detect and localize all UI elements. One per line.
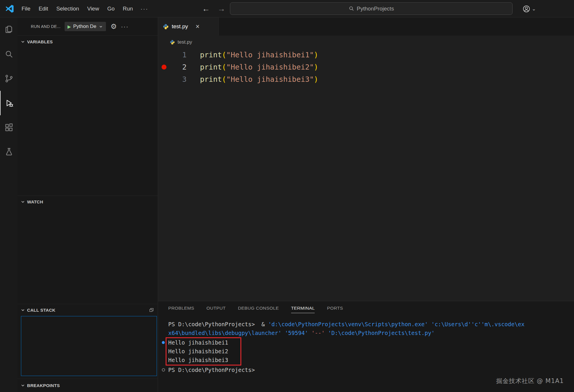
breadcrumb[interactable]: test.py: [158, 36, 574, 49]
debug-config-label: Python De: [73, 24, 96, 29]
breadcrumb-item[interactable]: test.py: [178, 39, 192, 45]
call-stack-body[interactable]: [17, 316, 158, 379]
command-prompt-circle-icon: [162, 368, 165, 372]
line-number: 3: [170, 75, 187, 84]
panel-tab-debug-console[interactable]: DEBUG CONSOLE: [238, 304, 279, 313]
chevron-down-icon: [99, 24, 103, 29]
activity-item-extensions[interactable]: [0, 115, 17, 140]
annotation-red-box: Hello jihaishibei1Hello jihaishibei2Hell…: [166, 337, 241, 366]
section-breakpoints-label: BREAKPOINTS: [27, 383, 60, 388]
activity-item-run-and-debug[interactable]: [0, 91, 17, 115]
back-icon[interactable]: ←: [202, 5, 210, 13]
menu-run[interactable]: Run: [119, 4, 137, 14]
text-token: PS D:\code\PythonProjects> &: [168, 321, 268, 327]
text-token: x64\bundled\libs\debugpy\launcher': [168, 330, 285, 336]
text-token: (: [222, 51, 226, 59]
more-actions-icon[interactable]: ···: [137, 5, 152, 12]
account-button[interactable]: ⌄: [522, 0, 536, 17]
code-line: 1print("Hello jihaishibei1"): [158, 49, 574, 61]
command-success-dot-icon: [162, 341, 165, 344]
bottom-panel: PROBLEMSOUTPUTDEBUG CONSOLETERMINALPORTS…: [158, 301, 574, 392]
activity-item-testing[interactable]: [0, 140, 17, 164]
section-watch[interactable]: WATCH: [17, 196, 158, 207]
watermark: 掘金技术社区 @ M1A1: [496, 377, 564, 385]
activity-bar: [0, 17, 17, 392]
code-line: 3print("Hello jihaishibei3"): [158, 73, 574, 85]
text-token: ): [314, 51, 318, 59]
search-text: PythonProjects: [357, 6, 394, 12]
code-line: 2print("Hello jihaishibei2"): [158, 61, 574, 73]
text-token: PS D:\code\PythonProjects>: [168, 367, 255, 373]
terminal-line: Hello jihaishibei3: [168, 356, 228, 364]
open-panel-icon[interactable]: [149, 307, 154, 313]
python-file-icon: [170, 40, 175, 45]
activity-item-explorer[interactable]: [0, 17, 17, 42]
code-text[interactable]: print("Hello jihaishibei1"): [200, 51, 318, 59]
code-text[interactable]: print("Hello jihaishibei3"): [200, 75, 318, 84]
activity-item-search[interactable]: [0, 42, 17, 66]
text-token: Hello jihaishibei1: [168, 339, 228, 346]
forward-icon[interactable]: →: [217, 5, 225, 13]
menu-selection[interactable]: Selection: [52, 4, 83, 14]
text-token: (: [222, 63, 226, 71]
menu-file[interactable]: File: [17, 4, 35, 14]
terminal-content[interactable]: PS D:\code\PythonProjects> & 'd:\code\Py…: [158, 316, 574, 374]
start-debug-icon[interactable]: ▶: [68, 24, 71, 29]
menu-go[interactable]: Go: [103, 4, 118, 14]
python-file-icon: [163, 24, 169, 30]
breakpoint-gutter[interactable]: [158, 65, 170, 70]
debug-more-actions-icon[interactable]: ···: [121, 23, 129, 30]
menu-edit[interactable]: Edit: [35, 4, 52, 14]
history-navigation: ← →: [202, 0, 225, 17]
panel-tab-ports[interactable]: PORTS: [327, 304, 343, 313]
text-token: ): [314, 63, 318, 71]
panel-tab-terminal[interactable]: TERMINAL: [291, 304, 315, 313]
terminal-line: PS D:\code\PythonProjects>: [168, 366, 574, 374]
chevron-down-icon: [20, 199, 25, 204]
sidebar-header: RUN AND DE... ▶ Python De ⚙ ···: [17, 17, 158, 36]
editor-region: test.py × test.py 1print("Hello jihaishi…: [158, 17, 574, 392]
text-token: '59594': [285, 330, 311, 336]
line-number: 2: [170, 63, 187, 71]
workbench: RUN AND DE... ▶ Python De ⚙ ··· VARIABLE…: [0, 17, 574, 392]
title-bar: FileEditSelectionViewGoRun ··· ← → Pytho…: [0, 0, 574, 17]
section-breakpoints[interactable]: BREAKPOINTS: [17, 379, 158, 392]
code-text[interactable]: print("Hello jihaishibei2"): [200, 63, 318, 71]
section-call-stack-label: CALL STACK: [27, 308, 55, 313]
search-icon: [4, 49, 14, 59]
sidebar-title: RUN AND DE...: [31, 24, 61, 29]
chevron-down-icon: [20, 39, 25, 44]
chevron-down-icon: [20, 383, 25, 388]
tab-label: test.py: [172, 23, 188, 30]
call-stack-focus-outline: [21, 316, 157, 376]
text-token: Hello jihaishibei3: [168, 357, 228, 363]
close-icon[interactable]: ×: [196, 23, 199, 30]
section-call-stack[interactable]: CALL STACK: [17, 304, 158, 316]
text-token: 'd:\code\PythonProjects\venv\Scripts\pyt…: [268, 321, 431, 327]
search-icon: [349, 6, 354, 11]
debug-settings-gear-icon[interactable]: ⚙: [111, 23, 117, 30]
search-box[interactable]: PythonProjects: [230, 2, 513, 15]
breakpoint-dot[interactable]: [162, 65, 166, 70]
text-token: print: [200, 63, 222, 71]
tab-test-py[interactable]: test.py ×: [158, 17, 219, 36]
menu-view[interactable]: View: [83, 4, 103, 14]
extensions-icon: [4, 123, 14, 132]
account-icon: [522, 4, 531, 13]
panel-tabs: PROBLEMSOUTPUTDEBUG CONSOLETERMINALPORTS: [158, 301, 574, 316]
text-token: Hello jihaishibei2: [168, 348, 228, 354]
text-token: print: [200, 51, 222, 59]
panel-tab-output[interactable]: OUTPUT: [206, 304, 226, 313]
code-editor[interactable]: 1print("Hello jihaishibei1")2print("Hell…: [158, 49, 574, 301]
section-variables-label: VARIABLES: [27, 39, 53, 44]
text-token: "Hello jihaishibei3": [226, 75, 314, 84]
debug-config-button[interactable]: ▶ Python De: [65, 22, 106, 31]
text-token: "Hello jihaishibei2": [226, 63, 314, 71]
section-variables[interactable]: VARIABLES: [17, 36, 158, 47]
text-token: '--': [311, 330, 328, 336]
panel-tab-problems[interactable]: PROBLEMS: [168, 304, 194, 313]
activity-item-source-control[interactable]: [0, 66, 17, 91]
watch-body: [17, 207, 158, 304]
menu-bar: FileEditSelectionViewGoRun: [17, 4, 137, 14]
files-icon: [4, 25, 14, 35]
